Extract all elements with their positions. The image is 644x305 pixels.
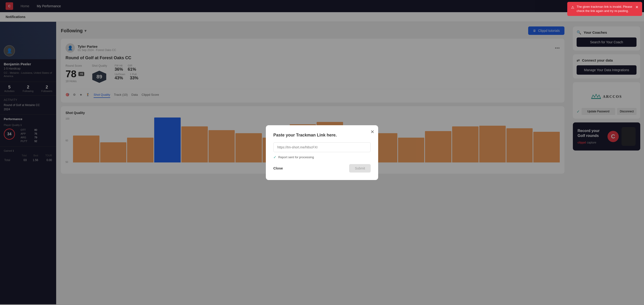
modal-close-button[interactable]: Close [273,166,283,170]
toast-close-button[interactable]: ✕ [635,5,638,10]
error-toast: ⚠ The given trackman link is invalid. Pl… [567,2,642,16]
modal-submit-button[interactable]: Submit [349,164,371,172]
trackman-link-input[interactable] [273,142,371,152]
success-checkmark-icon: ✓ [273,155,276,160]
modal-title: Paste your Trackman Link here. [273,133,371,138]
modal-overlay: ✕ Paste your Trackman Link here. ✓ Repor… [0,0,644,304]
trackman-modal: ✕ Paste your Trackman Link here. ✓ Repor… [266,125,378,180]
modal-actions: Close Submit [273,164,371,172]
warning-icon: ⚠ [571,5,574,10]
modal-success-message: ✓ Report sent for processing [273,155,371,160]
toast-message: The given trackman link is invalid. Plea… [576,5,633,13]
modal-close-icon-button[interactable]: ✕ [370,129,374,134]
